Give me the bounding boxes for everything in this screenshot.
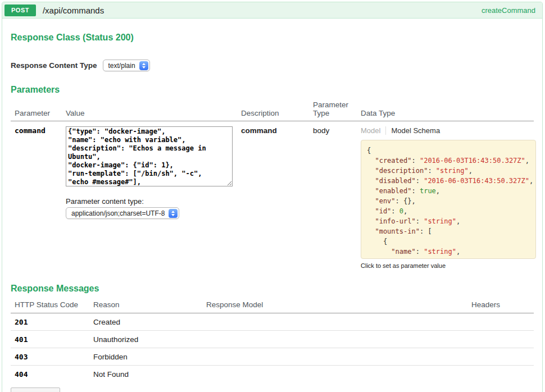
parameter-value-textarea[interactable]: {"type": "docker-image", "name": "echo w… bbox=[66, 126, 233, 186]
model-schema-snippet[interactable]: { "created": "2016-06-03T16:43:50.327Z",… bbox=[361, 140, 536, 259]
operation-heading-bar[interactable]: POST /xapi/commands createCommand bbox=[2, 2, 542, 19]
operation-path-link[interactable]: /xapi/commands bbox=[43, 6, 104, 15]
response-content-type-row: Response Content Type text/plain bbox=[11, 60, 534, 71]
response-code: 401 bbox=[15, 335, 93, 344]
try-it-out-button[interactable]: Try it out! bbox=[11, 388, 60, 392]
parameter-name: command bbox=[15, 126, 66, 269]
parameters-table-header: Parameter Value Description Parameter Ty… bbox=[11, 101, 534, 121]
response-class-heading: Response Class (Status 200) bbox=[11, 19, 534, 43]
parameter-description: command bbox=[241, 126, 313, 269]
response-code: 201 bbox=[15, 318, 93, 326]
response-reason: Unauthorized bbox=[93, 335, 206, 344]
parameter-type: body bbox=[313, 126, 361, 269]
col-http-status-code: HTTP Status Code bbox=[15, 300, 93, 309]
select-stepper-icon bbox=[139, 61, 148, 70]
response-messages-table-header: HTTP Status Code Reason Response Model H… bbox=[11, 300, 534, 313]
response-reason: Created bbox=[93, 318, 206, 326]
operation-panel: POST /xapi/commands createCommand Respon… bbox=[2, 2, 543, 392]
response-code: 403 bbox=[15, 353, 93, 361]
parameter-content-type-select[interactable]: application/json;charset=UTF-8 bbox=[66, 207, 179, 219]
select-stepper-icon bbox=[169, 209, 178, 218]
parameter-row: command {"type": "docker-image", "name":… bbox=[11, 121, 534, 269]
operation-content: Response Class (Status 200) Response Con… bbox=[2, 19, 542, 392]
response-row: 403 Forbidden bbox=[11, 348, 534, 366]
col-value: Value bbox=[66, 109, 241, 117]
response-code: 404 bbox=[15, 370, 93, 379]
schema-click-hint: Click to set as parameter value bbox=[361, 262, 536, 269]
response-content-type-value: text/plain bbox=[108, 62, 135, 70]
data-type-cell: Model Model Schema { "created": "2016-06… bbox=[361, 126, 536, 269]
parameters-heading: Parameters bbox=[11, 85, 534, 95]
response-reason: Not Found bbox=[93, 370, 206, 379]
col-reason: Reason bbox=[93, 300, 206, 309]
col-parameter: Parameter bbox=[15, 109, 66, 117]
response-messages-heading: Response Messages bbox=[11, 284, 534, 294]
col-headers: Headers bbox=[471, 300, 534, 309]
col-parameter-type: Parameter Type bbox=[313, 101, 361, 117]
parameter-content-type-label: Parameter content type: bbox=[66, 197, 241, 206]
model-tabs: Model Model Schema bbox=[361, 126, 536, 135]
response-content-type-select[interactable]: text/plain bbox=[103, 60, 150, 71]
col-data-type: Data Type bbox=[361, 109, 534, 117]
col-description: Description bbox=[241, 109, 313, 117]
operation-nickname-link[interactable]: createCommand bbox=[482, 6, 535, 15]
response-row: 404 Not Found bbox=[11, 366, 534, 383]
parameter-content-type-value: application/json;charset=UTF-8 bbox=[71, 209, 165, 217]
response-row: 201 Created bbox=[11, 313, 534, 331]
http-method-badge: POST bbox=[4, 4, 36, 16]
response-row: 401 Unauthorized bbox=[11, 331, 534, 348]
tab-model[interactable]: Model bbox=[361, 126, 386, 135]
tab-model-schema[interactable]: Model Schema bbox=[386, 126, 440, 135]
parameter-value-cell: {"type": "docker-image", "name": "echo w… bbox=[66, 126, 241, 269]
response-reason: Forbidden bbox=[93, 353, 206, 361]
col-response-model: Response Model bbox=[206, 300, 471, 309]
response-content-type-label: Response Content Type bbox=[11, 61, 97, 70]
